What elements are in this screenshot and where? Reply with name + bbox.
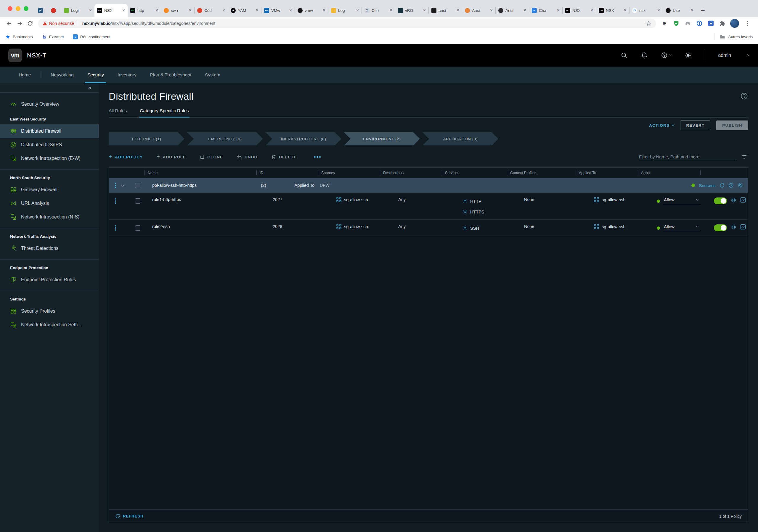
close-icon[interactable]: × [323,8,326,13]
back-button[interactable] [4,18,14,29]
browser-profile-avatar[interactable] [730,19,739,28]
column-header-services[interactable]: Services [442,170,507,176]
tab-category-specific-rules[interactable]: Category Specific Rules [140,108,189,117]
column-header-context-profiles[interactable]: Context Profiles [507,170,576,176]
sidebar-item-network-introspection-n-s[interactable]: Network Introspection (N-S) [0,210,99,224]
rule-sources[interactable]: sg-allow-ssh [318,220,380,236]
close-icon[interactable]: × [657,8,660,13]
add-rule-button[interactable]: +ADD RULE [156,154,186,160]
browser-tab-c-d-4[interactable]: Céd× [194,4,228,17]
rule-settings-button[interactable] [731,197,737,203]
drag-handle-icon[interactable] [115,198,116,204]
browser-tab-nsx-16[interactable]: OONSX× [596,4,629,17]
rule-checkbox[interactable] [135,225,140,231]
policy-row[interactable]: pol-allow-ssh-http-https (2) Applied To … [109,178,748,193]
column-header-id[interactable]: ID [257,170,318,176]
sidebar-item-distributed-ids-ips[interactable]: Distributed IDS/IPS [0,138,99,151]
close-icon[interactable]: × [122,8,125,13]
close-icon[interactable]: × [356,8,359,13]
reload-button[interactable] [25,18,36,29]
browser-tab-vro-10[interactable]: vRO× [395,4,429,17]
extensions-puzzle-icon[interactable] [719,20,726,27]
rule-stats-button[interactable] [740,197,746,203]
add-policy-button[interactable]: +ADD POLICY [109,154,143,160]
close-icon[interactable]: × [490,8,493,13]
close-icon[interactable]: × [256,8,258,13]
rule-checkbox[interactable] [135,198,140,204]
category-tab-infrastructure-0[interactable]: INFRASTRUCTURE (0) [265,132,341,145]
browser-tab-nsx-15[interactable]: OONSX× [563,4,596,17]
rule-settings-button[interactable] [731,224,737,230]
clone-button[interactable]: CLONE [199,154,223,160]
bookmark-star-icon[interactable] [646,21,651,26]
drag-handle-icon[interactable] [115,225,116,231]
browser-tab-vmw-6[interactable]: vmVMw× [261,4,294,17]
column-header-sources[interactable]: Sources [318,170,380,176]
close-icon[interactable]: × [289,8,292,13]
policy-applied-to-value[interactable]: DFW [318,183,380,188]
sidebar-item-network-introspection-setti[interactable]: Network Introspection Setti... [0,318,99,332]
rule-destinations[interactable]: Any [380,193,442,219]
close-icon[interactable]: × [89,8,92,13]
browser-tab-cha-14[interactable]: •••Cha× [529,4,562,17]
action-dropdown[interactable]: Allow [663,224,700,231]
shield-extension-icon[interactable] [672,20,680,27]
rule-row-rule2-ssh[interactable]: rule2-ssh2028sg-allow-sshAnySSHNonesg-al… [109,220,748,236]
forward-button[interactable] [14,18,25,29]
pinned-browser-tab[interactable]: pf [35,4,48,17]
other-favorites[interactable]: Autres favoris [714,33,753,40]
user-menu[interactable]: admin [718,53,750,58]
column-header-destinations[interactable]: Destinations [380,170,442,176]
close-icon[interactable]: × [155,8,158,13]
undo-button[interactable]: UNDO [237,154,258,160]
close-icon[interactable]: × [691,8,693,13]
theme-sun-icon[interactable] [685,52,692,59]
browser-tab-vmw-7[interactable]: vmw× [295,4,328,17]
bookmark-item-bookmarks[interactable]: Bookmarks [5,34,33,39]
revert-button[interactable]: REVERT [680,120,710,130]
browser-tab-ansi-13[interactable]: Ansi× [496,4,529,17]
policy-settings-gear-icon[interactable] [738,183,743,188]
bookmark-item-reu-confinement[interactable]: L Réu confinement [73,34,111,39]
browser-tab-log-8[interactable]: Log× [328,4,362,17]
browser-tab-nsx-17[interactable]: Gnsx× [630,4,663,17]
rule-sources[interactable]: sg-allow-ssh [318,193,380,219]
download-extension-icon[interactable] [707,20,714,27]
rule-row-rule1-http-https[interactable]: rule1-http-https2027sg-allow-sshAnyHTTPH… [109,193,748,220]
column-header-action[interactable]: Action [638,170,700,176]
close-icon[interactable]: × [423,8,426,13]
drag-handle-icon[interactable] [115,183,116,188]
browser-tab-logi-0[interactable]: Logi× [61,4,94,17]
nav-item-networking[interactable]: Networking [44,67,81,83]
minimize-window-button[interactable] [16,6,20,11]
sidebar-item-distributed-firewall[interactable]: Distributed Firewall [0,124,99,138]
action-dropdown[interactable]: Allow [663,197,700,204]
sidebar-item-gateway-firewall[interactable]: Gateway Firewall [0,183,99,197]
maximize-window-button[interactable] [24,6,28,11]
rule-services[interactable]: HTTPHTTPS [442,193,507,219]
column-header-name[interactable]: Name [145,170,257,176]
close-icon[interactable]: × [189,8,191,13]
close-icon[interactable]: × [223,8,225,13]
nav-item-inventory[interactable]: Inventory [111,67,143,83]
rule-stats-button[interactable] [740,224,746,230]
close-icon[interactable]: × [457,8,459,13]
category-tab-emergency-0[interactable]: EMERGENCY (0) [187,132,263,145]
ip-lookup-extension-icon[interactable]: IP [661,20,668,27]
check-status-icon[interactable] [719,183,725,188]
vpn-extension-icon[interactable] [684,20,691,27]
sidebar-item-security-profiles[interactable]: Security Profiles [0,304,99,318]
browser-menu-icon[interactable]: ⋮ [743,20,752,27]
more-actions-button[interactable]: ••• [314,154,322,160]
history-clock-icon[interactable] [728,183,734,188]
sidebar-collapse-icon[interactable]: « [88,84,92,92]
category-tab-application-3[interactable]: APPLICATION (3) [423,132,498,145]
rule-applied-to[interactable]: sg-allow-ssh [576,193,638,219]
policy-name[interactable]: pol-allow-ssh-http-https [145,183,257,188]
new-tab-button[interactable]: + [696,4,710,17]
search-icon[interactable] [621,52,628,59]
browser-tab-citri-9[interactable]: ⚿Citri× [362,4,395,17]
help-icon[interactable] [740,92,748,100]
browser-tab-ansi-12[interactable]: Ansi× [462,4,495,17]
browser-tab-ansi-11[interactable]: ansi× [429,4,462,17]
